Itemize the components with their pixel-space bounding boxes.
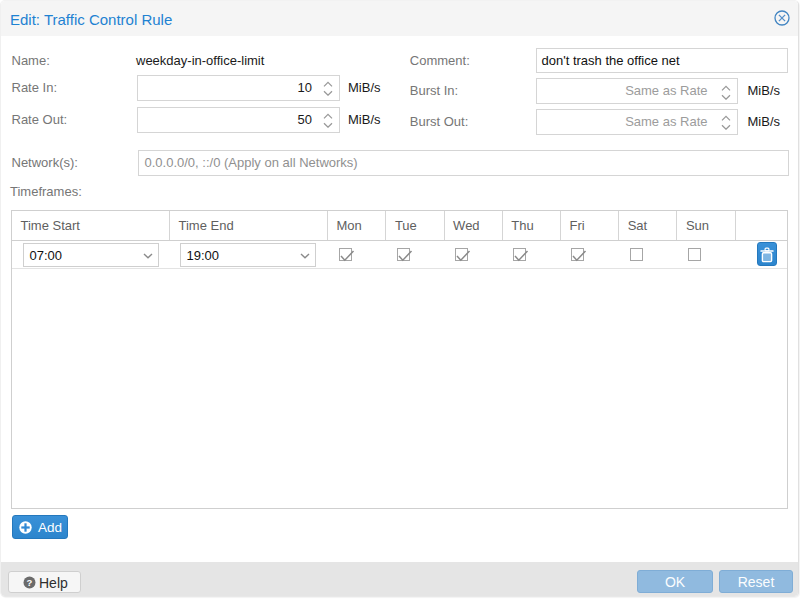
svg-text:?: ? bbox=[27, 577, 33, 588]
